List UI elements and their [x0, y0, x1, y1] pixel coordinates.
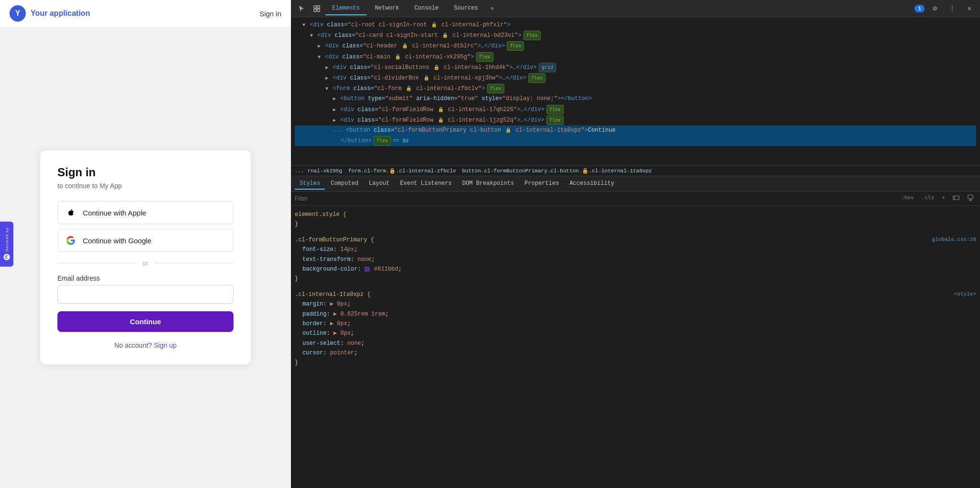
clerk-badge: Secured by — [0, 221, 13, 266]
svg-rect-5 — [953, 196, 959, 200]
divider: or — [57, 260, 234, 267]
add-style-btn[interactable]: + — [939, 193, 947, 204]
svg-rect-7 — [968, 195, 973, 199]
tree-line-2[interactable]: ▼ <div class="cl-card cl-signIn-start 🔒 … — [295, 30, 976, 41]
inspect-icon-btn[interactable] — [310, 2, 323, 15]
signup-link[interactable]: Sign up — [154, 341, 177, 349]
style-close-primary-btn: } — [295, 274, 976, 284]
app-panel: Y Your application Sign in Secured by Si… — [0, 0, 291, 488]
tab-dom-breakpoints[interactable]: DOM Breakpoints — [457, 178, 519, 190]
tree-line-5[interactable]: ▶ <div class="cl-socialButtons 🔒 cl-inte… — [295, 62, 976, 73]
sign-in-nav[interactable]: Sign in — [259, 10, 281, 18]
hov-filter-btn[interactable]: :hov — [899, 193, 916, 204]
tab-console[interactable]: Console — [408, 2, 445, 15]
notification-badge: 1 — [914, 5, 924, 12]
cls-filter-btn[interactable]: .cls — [919, 193, 937, 204]
svg-rect-3 — [314, 9, 316, 11]
style-source-style[interactable]: <style> — [954, 290, 976, 299]
signin-card: Sign in to continue to My App Continue w… — [40, 150, 251, 364]
secured-by-text: Secured by — [5, 227, 9, 251]
style-prop-border: border: ▶ 0px; — [295, 319, 976, 329]
tab-network[interactable]: Network — [368, 2, 406, 15]
styles-content: element.style { } globals.css:26 .cl-for… — [291, 206, 980, 488]
style-prop-font-size: font-size: 14px; — [295, 245, 976, 254]
apple-icon — [66, 207, 76, 218]
elements-panel: ▼ <div class="cl-root cl-signIn-root 🔒 c… — [291, 17, 980, 488]
continue-button[interactable]: Continue — [57, 311, 234, 332]
style-selector-internal: <style> .cl-internal-1ta0xpz { — [295, 290, 976, 299]
breadcrumb-item-2[interactable]: form.cl-form.🔒.cl-internal-zfbclv — [348, 168, 456, 174]
tab-properties[interactable]: Properties — [520, 178, 564, 190]
close-btn[interactable]: ✕ — [963, 2, 976, 15]
style-close-element: } — [295, 219, 976, 229]
tree-line-7[interactable]: ▼ <form class="cl-form 🔒 cl-internal-zfb… — [295, 83, 976, 94]
cursor-icon-btn[interactable] — [295, 2, 308, 15]
tree-line-3[interactable]: ▶ <div class="cl-header 🔒 cl-internal-dt… — [295, 41, 976, 51]
tree-line-10[interactable]: ▶ <div class="cl-formFieldRow 🔒 cl-inter… — [295, 115, 976, 125]
filter-bar: :hov .cls + — [291, 192, 980, 206]
tab-styles[interactable]: Styles — [295, 178, 325, 190]
style-prop-bg-color: background-color: #611bbd; — [295, 264, 976, 274]
app-name: Your application — [31, 9, 90, 18]
signin-subtitle: to continue to My App — [57, 182, 234, 190]
email-label: Email address — [57, 274, 234, 282]
top-bar: Y Your application Sign in — [0, 0, 291, 27]
divider-line-left — [57, 263, 137, 263]
style-prop-cursor: cursor: pointer; — [295, 348, 976, 358]
style-source-globals[interactable]: globals.css:26 — [932, 235, 976, 244]
tab-accessibility[interactable]: Accessibility — [565, 178, 619, 190]
style-toggle-btn[interactable] — [950, 193, 962, 204]
tab-sources[interactable]: Sources — [447, 2, 484, 15]
html-tree[interactable]: ▼ <div class="cl-root cl-signIn-root 🔒 c… — [291, 17, 980, 166]
style-prop-outline: outline: ▶ 0px; — [295, 329, 976, 338]
svg-rect-8 — [969, 200, 971, 201]
filter-actions: :hov .cls + — [899, 193, 976, 204]
style-prop-margin: margin: ▶ 0px; — [295, 299, 976, 309]
triangle-icon: ▼ — [302, 23, 305, 28]
style-selector-element: element.style { — [295, 210, 976, 219]
no-account-text: No account? Sign up — [57, 341, 234, 349]
tree-line-1[interactable]: ▼ <div class="cl-root cl-signIn-root 🔒 c… — [295, 20, 976, 30]
tree-line-12[interactable]: </button>flex== $0 — [295, 136, 976, 146]
breadcrumb-item-1[interactable]: ... rnal-xk295g — [295, 168, 342, 174]
google-btn-label: Continue with Google — [83, 237, 151, 245]
svg-rect-1 — [314, 6, 316, 8]
clerk-logo-icon — [3, 253, 11, 261]
tree-line-8[interactable]: ▶ <button type="submit" aria-hidden="tru… — [295, 94, 976, 104]
app-logo: Y Your application — [10, 5, 90, 22]
style-close-internal: } — [295, 358, 976, 367]
tab-layout[interactable]: Layout — [364, 178, 394, 190]
tab-computed[interactable]: Computed — [326, 178, 363, 190]
device-btn[interactable] — [965, 193, 976, 204]
apple-signin-button[interactable]: Continue with Apple — [57, 201, 234, 224]
more-options-btn[interactable]: ⋮ — [946, 2, 959, 15]
app-logo-icon: Y — [10, 5, 26, 22]
tree-line-4[interactable]: ▼ <div class="cl-main 🔒 cl-internal-xk29… — [295, 52, 976, 62]
divider-text: or — [143, 260, 148, 267]
apple-btn-label: Continue with Apple — [83, 209, 146, 217]
more-tabs-icon[interactable]: » — [487, 2, 498, 15]
style-prop-padding: padding: ▶ 0.625rem 1rem; — [295, 309, 976, 319]
tree-line-11[interactable]: ... <button class="cl-formButtonPrimary … — [295, 125, 976, 136]
settings-icon-btn[interactable]: ⚙ — [928, 2, 942, 15]
style-rule-internal: <style> .cl-internal-1ta0xpz { margin: ▶… — [295, 290, 976, 368]
tree-line-9[interactable]: ▶ <div class="cl-formFieldRow 🔒 cl-inter… — [295, 104, 976, 115]
style-prop-text-transform: text-transform: none; — [295, 255, 976, 264]
email-field-group: Email address — [57, 274, 234, 311]
tab-event-listeners[interactable]: Event Listeners — [395, 178, 457, 190]
email-input[interactable] — [57, 285, 234, 304]
svg-point-0 — [3, 254, 10, 260]
style-rule-primary-btn: globals.css:26 .cl-formButtonPrimary { f… — [295, 235, 976, 284]
style-rule-element: element.style { } — [295, 210, 976, 229]
color-swatch[interactable] — [365, 267, 369, 272]
filter-input[interactable] — [295, 195, 895, 202]
svg-rect-4 — [317, 9, 320, 11]
tree-line-6[interactable]: ▶ <div class="cl-dividerBox 🔒 cl-interna… — [295, 73, 976, 83]
breadcrumb-item-3[interactable]: button.cl-formButtonPrimary.cl-button.🔒.… — [462, 168, 652, 174]
logo-letter: Y — [15, 9, 21, 18]
devtools-panel: Elements Network Console Sources » 1 ⚙ ⋮… — [291, 0, 980, 488]
google-signin-button[interactable]: Continue with Google — [57, 229, 234, 252]
tab-elements[interactable]: Elements — [325, 2, 367, 15]
svg-rect-2 — [317, 6, 320, 8]
breadcrumb-bar: ... rnal-xk295g form.cl-form.🔒.cl-intern… — [291, 166, 980, 176]
